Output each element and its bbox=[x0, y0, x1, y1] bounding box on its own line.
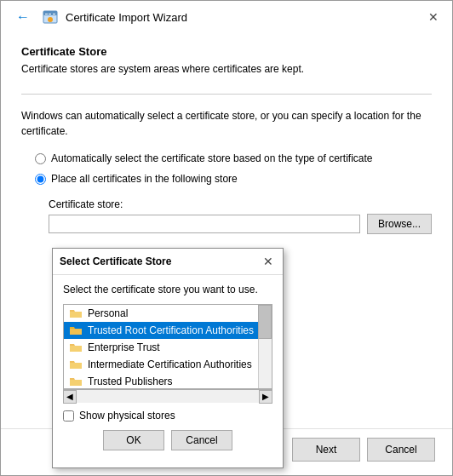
svg-rect-5 bbox=[53, 14, 55, 14]
section-desc: Certificate stores are system areas wher… bbox=[21, 63, 432, 75]
section-title: Certificate Store bbox=[21, 45, 432, 58]
wizard-icon bbox=[42, 9, 59, 26]
popup-desc: Select the certificate store you want to… bbox=[63, 284, 272, 295]
radio-auto-label: Automatically select the certificate sto… bbox=[51, 152, 373, 164]
popup-close-button[interactable]: ✕ bbox=[261, 254, 276, 269]
popup-content: Select the certificate store you want to… bbox=[53, 275, 283, 467]
svg-point-2 bbox=[48, 17, 53, 22]
select-cert-store-dialog: Select Certificate Store ✕ Select the ce… bbox=[52, 248, 284, 468]
folder-icon bbox=[69, 324, 83, 336]
cancel-button[interactable]: Cancel bbox=[367, 438, 435, 462]
svg-rect-4 bbox=[49, 14, 51, 14]
radio-manual[interactable]: Place all certificates in the following … bbox=[35, 173, 432, 185]
svg-rect-3 bbox=[45, 14, 48, 14]
scroll-right-arrow[interactable]: ▶ bbox=[259, 390, 272, 404]
popup-title-bar: Select Certificate Store ✕ bbox=[53, 249, 283, 275]
title-bar: ← Certificate Import Wizard ✕ bbox=[1, 1, 452, 32]
radio-group: Automatically select the certificate sto… bbox=[21, 152, 432, 185]
list-item-label: Enterprise Trust bbox=[88, 341, 160, 353]
list-item[interactable]: Personal bbox=[64, 305, 272, 322]
vertical-scrollbar[interactable] bbox=[258, 305, 272, 388]
browse-button[interactable]: Browse... bbox=[367, 214, 432, 234]
folder-icon bbox=[69, 358, 83, 370]
list-item[interactable]: Enterprise Trust bbox=[64, 339, 272, 356]
info-text: Windows can automatically select a certi… bbox=[21, 108, 432, 139]
folder-icon bbox=[69, 341, 83, 353]
scroll-left-arrow[interactable]: ◀ bbox=[63, 390, 77, 404]
svg-rect-1 bbox=[43, 11, 57, 15]
folder-icon bbox=[69, 376, 83, 387]
radio-auto[interactable]: Automatically select the certificate sto… bbox=[35, 152, 432, 164]
popup-ok-button[interactable]: OK bbox=[103, 430, 164, 450]
radio-auto-input[interactable] bbox=[35, 153, 46, 164]
list-item-label: Trusted Root Certification Authorities bbox=[88, 324, 254, 336]
popup-list-container[interactable]: Personal Trusted Root Certification Auth… bbox=[63, 304, 272, 389]
wizard-title: Certificate Import Wizard bbox=[66, 11, 187, 24]
list-item-label: Trusted Publishers bbox=[88, 376, 173, 387]
popup-cancel-button[interactable]: Cancel bbox=[171, 430, 232, 450]
popup-title: Select Certificate Store bbox=[60, 255, 171, 267]
cert-store-input-row: Browse... bbox=[21, 214, 432, 234]
show-physical-stores-checkbox[interactable] bbox=[63, 410, 74, 422]
scrollbar-thumb[interactable] bbox=[258, 305, 272, 339]
list-item[interactable]: Trusted Root Certification Authorities bbox=[64, 322, 272, 339]
cert-store-input[interactable] bbox=[49, 215, 360, 233]
wizard-window: ← Certificate Import Wizard ✕ Certificat… bbox=[0, 0, 453, 476]
popup-list: Personal Trusted Root Certification Auth… bbox=[64, 305, 272, 389]
title-bar-left: ← Certificate Import Wizard bbox=[11, 8, 187, 26]
list-item[interactable]: Intermediate Certification Authorities bbox=[64, 356, 272, 373]
title-bar-controls: ✕ bbox=[425, 9, 442, 26]
scroll-thumb-h bbox=[77, 390, 259, 403]
list-item-label: Intermediate Certification Authorities bbox=[88, 358, 252, 370]
show-physical-stores-checkbox-row[interactable]: Show physical stores bbox=[63, 410, 272, 422]
folder-icon bbox=[69, 307, 83, 319]
next-button[interactable]: Next bbox=[292, 438, 360, 462]
back-button[interactable]: ← bbox=[11, 8, 35, 26]
list-item-label: Personal bbox=[88, 307, 128, 319]
divider bbox=[21, 94, 432, 95]
popup-footer: OK Cancel bbox=[63, 430, 272, 459]
list-item[interactable]: Trusted Publishers bbox=[64, 373, 272, 389]
radio-manual-input[interactable] bbox=[35, 174, 46, 185]
cert-store-label: Certificate store: bbox=[21, 198, 432, 210]
close-button[interactable]: ✕ bbox=[425, 9, 442, 26]
horizontal-scrollbar[interactable]: ◀ ▶ bbox=[63, 389, 272, 403]
radio-manual-label: Place all certificates in the following … bbox=[51, 173, 238, 185]
show-physical-stores-label: Show physical stores bbox=[79, 410, 175, 422]
